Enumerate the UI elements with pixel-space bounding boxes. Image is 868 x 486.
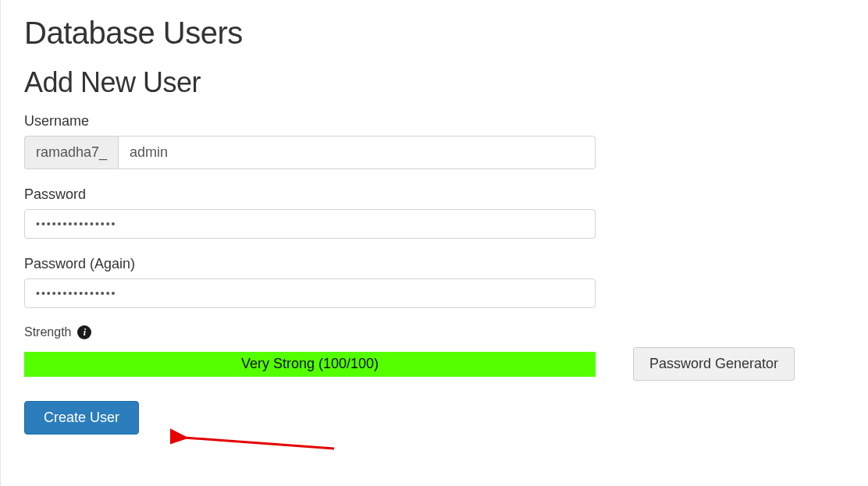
strength-label: Strength xyxy=(24,325,71,339)
password-generator-button[interactable]: Password Generator xyxy=(633,347,795,381)
svg-line-1 xyxy=(184,438,334,449)
password-again-label: Password (Again) xyxy=(24,256,845,272)
annotation-arrow-icon xyxy=(170,425,342,456)
username-label: Username xyxy=(24,113,845,129)
strength-row: Very Strong (100/100) Password Generator xyxy=(24,347,845,381)
username-input-group: ramadha7_ xyxy=(24,136,596,169)
strength-bar: Very Strong (100/100) xyxy=(24,352,596,377)
username-prefix: ramadha7_ xyxy=(24,136,118,169)
password-again-input[interactable] xyxy=(24,278,596,308)
username-row: Username ramadha7_ xyxy=(24,113,845,169)
info-icon[interactable]: i xyxy=(77,325,91,339)
strength-text: Very Strong (100/100) xyxy=(241,356,379,372)
password-row: Password xyxy=(24,186,845,239)
password-label: Password xyxy=(24,186,845,203)
section-title: Database Users xyxy=(24,16,845,51)
strength-label-row: Strength i xyxy=(24,325,845,339)
create-user-button[interactable]: Create User xyxy=(24,401,139,435)
password-again-row: Password (Again) xyxy=(24,256,845,308)
username-input[interactable] xyxy=(118,136,596,169)
form-title: Add New User xyxy=(24,66,845,99)
add-user-panel: Database Users Add New User Username ram… xyxy=(0,0,868,486)
password-input[interactable] xyxy=(24,209,596,239)
